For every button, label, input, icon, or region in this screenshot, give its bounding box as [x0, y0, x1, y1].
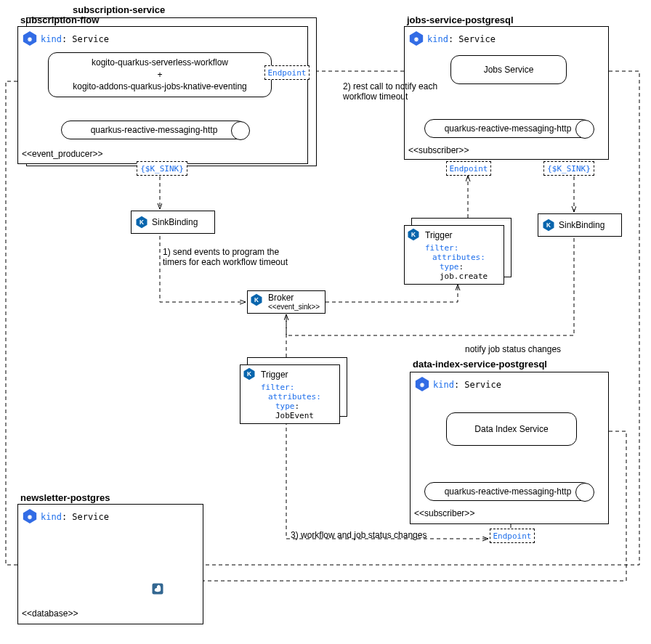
workflow-addon-box: kogito-quarkus-serverless-workflow + kog…	[48, 52, 272, 97]
knative-icon: K	[407, 228, 420, 241]
knative-icon: K	[135, 216, 148, 229]
knative-icon: K	[243, 367, 256, 380]
data-index-svc: Data Index Service	[446, 412, 577, 446]
knative-icon: K	[542, 219, 555, 232]
svg-text:⎈: ⎈	[27, 35, 33, 43]
kind-label: kind: Service	[41, 34, 109, 44]
data-index-title: data-index-service-postgresql	[413, 359, 547, 370]
note-send-events: 1) send events to program the timers for…	[163, 247, 308, 267]
kind-label: kind: Service	[427, 34, 496, 44]
k8s-icon: ⎈	[22, 30, 38, 46]
jobs-ksink: {$K_SINK}	[543, 161, 594, 176]
subscription-ksink: {$K_SINK}	[137, 161, 187, 176]
port-icon	[575, 483, 594, 502]
k8s-icon: ⎈	[408, 30, 424, 46]
data-index-box	[410, 372, 609, 524]
subscriber-stereotype: <<subscriber>>	[414, 508, 474, 518]
svg-text:K: K	[411, 232, 416, 238]
svg-text:⎈: ⎈	[27, 513, 33, 521]
subscription-qrmh: quarkus-reactive-messaging-http	[61, 121, 247, 139]
k8s-icon: ⎈	[22, 508, 38, 524]
svg-text:K: K	[247, 371, 251, 378]
database-stereotype: <<database>>	[22, 608, 78, 619]
data-index-qrmh: quarkus-reactive-messaging-http	[424, 482, 591, 501]
note-notify-status: notify job status changes	[465, 344, 561, 354]
newsletter-title: newsletter-postgres	[20, 492, 110, 503]
postgres-icon	[151, 582, 167, 598]
jobs-service-title: jobs-service-postgresql	[407, 15, 514, 25]
k8s-icon: ⎈	[414, 376, 430, 392]
svg-text:K: K	[140, 219, 144, 226]
kind-label: kind: Service	[41, 512, 109, 522]
subscriber-stereotype: <<subscriber>>	[408, 145, 469, 155]
svg-text:K: K	[254, 297, 259, 303]
port-icon	[231, 121, 250, 140]
jobs-endpoint: Endpoint	[446, 161, 491, 176]
jobs-service-svc: Jobs Service	[450, 55, 567, 84]
subscription-flow-title: subscription-flow	[20, 15, 99, 25]
data-index-endpoint: Endpoint	[490, 529, 535, 543]
knative-icon: K	[250, 293, 263, 306]
svg-text:⎈: ⎈	[419, 380, 425, 388]
kind-label: kind: Service	[433, 380, 501, 390]
event-producer-stereotype: <<event_producer>>	[22, 149, 102, 159]
subscription-endpoint: Endpoint	[264, 65, 310, 80]
subscription-service-title: subscription-service	[73, 4, 165, 15]
note-rest-call: 2) rest call to notify each workflow tim…	[343, 81, 466, 102]
note-workflow-jobstatus: 3) workflow and job status changes	[291, 530, 426, 540]
svg-text:⎈: ⎈	[413, 35, 419, 43]
svg-text:K: K	[546, 222, 551, 229]
jobs-qrmh: quarkus-reactive-messaging-http	[424, 119, 591, 138]
port-icon	[575, 120, 594, 139]
